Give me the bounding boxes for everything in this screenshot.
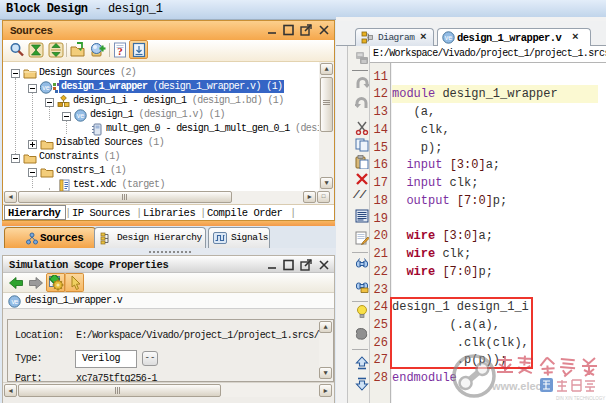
svg-text:ve: ve [445,34,453,41]
svg-text:ve: ve [77,112,85,119]
svg-text:ve: ve [11,298,18,305]
svg-text:ve: ve [42,84,50,91]
svg-text:?: ? [117,45,123,57]
